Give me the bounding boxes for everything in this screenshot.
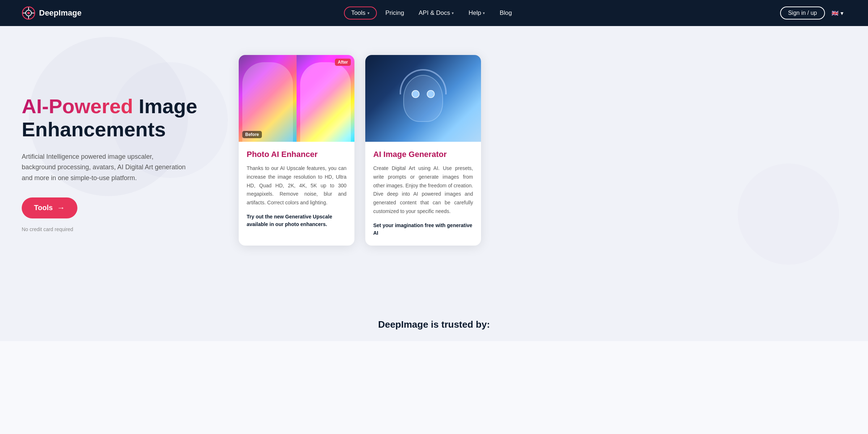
nav-pricing[interactable]: Pricing [380, 7, 410, 20]
navbar: DeepImage Tools ▾ Pricing API & Docs ▾ H… [0, 0, 868, 26]
nav-right: Sign in / up 🇬🇧 ▾ [780, 7, 846, 20]
ai-generator-desc: Create Digital Art using AI. Use presets… [373, 164, 473, 216]
photo-enhancer-desc: Thanks to our AI Upscale features, you c… [247, 164, 346, 207]
ai-generator-image [365, 55, 481, 142]
after-badge: After [335, 59, 351, 66]
photo-enhancer-cta: Try out the new Generative Upscale avail… [247, 213, 346, 228]
ai-generator-body: AI Image Generator Create Digital Art us… [365, 142, 481, 246]
ai-generator-cta: Set your imagination free with generativ… [373, 222, 473, 237]
person-silhouette [242, 62, 293, 142]
nav-api-docs[interactable]: API & Docs ▾ [413, 7, 460, 20]
nav-blog[interactable]: Blog [494, 7, 518, 20]
trusted-title: DeepImage is trusted by: [22, 319, 846, 330]
ai-generator-card: AI Image Generator Create Digital Art us… [365, 55, 481, 246]
nav-help[interactable]: Help ▾ [463, 7, 491, 20]
before-after-image: Before After [239, 55, 354, 142]
hero-cards: Before After Photo AI Enhancer Thanks to… [217, 51, 846, 246]
tools-button-label: Tools [34, 204, 53, 212]
hero-title: AI-Powered Image Enhancements [22, 95, 217, 141]
before-image [239, 55, 297, 142]
headphone-arc [400, 69, 447, 94]
nav-links: Tools ▾ Pricing API & Docs ▾ Help ▾ Blog [344, 7, 518, 20]
before-badge: Before [242, 131, 262, 138]
trusted-section: DeepImage is trusted by: [0, 301, 868, 341]
tools-chevron-icon: ▾ [367, 11, 370, 16]
nav-tools[interactable]: Tools ▾ [344, 7, 377, 20]
robot-figure [403, 75, 443, 122]
tools-arrow-icon: → [57, 203, 65, 213]
ai-generator-title: AI Image Generator [373, 150, 473, 159]
svg-point-2 [27, 12, 30, 14]
no-credit-card-text: No credit card required [22, 226, 217, 232]
after-image [297, 55, 354, 142]
help-chevron-icon: ▾ [483, 11, 485, 16]
hero-section: AI-Powered Image Enhancements Artificial… [0, 26, 868, 301]
ai-gen-visual [365, 55, 481, 142]
robot-head [403, 75, 443, 122]
logo-text: DeepImage [39, 8, 81, 18]
photo-enhancer-card: Before After Photo AI Enhancer Thanks to… [239, 55, 354, 246]
hero-left: AI-Powered Image Enhancements Artificial… [22, 51, 217, 232]
photo-enhancer-image: Before After [239, 55, 354, 142]
logo-icon [22, 6, 35, 20]
hero-title-highlight: AI-Powered [22, 95, 133, 118]
flag-icon: 🇬🇧 [831, 10, 839, 17]
logo[interactable]: DeepImage [22, 6, 81, 20]
signin-button[interactable]: Sign in / up [780, 7, 825, 20]
person-silhouette-after [300, 62, 351, 142]
api-docs-chevron-icon: ▾ [452, 11, 454, 16]
lang-chevron-icon: ▾ [841, 10, 843, 17]
tools-button[interactable]: Tools → [22, 197, 77, 218]
hero-description: Artificial Intelligence powered image up… [22, 152, 188, 184]
photo-enhancer-body: Photo AI Enhancer Thanks to our AI Upsca… [239, 142, 354, 237]
language-selector[interactable]: 🇬🇧 ▾ [829, 8, 846, 18]
photo-enhancer-title: Photo AI Enhancer [247, 150, 346, 159]
